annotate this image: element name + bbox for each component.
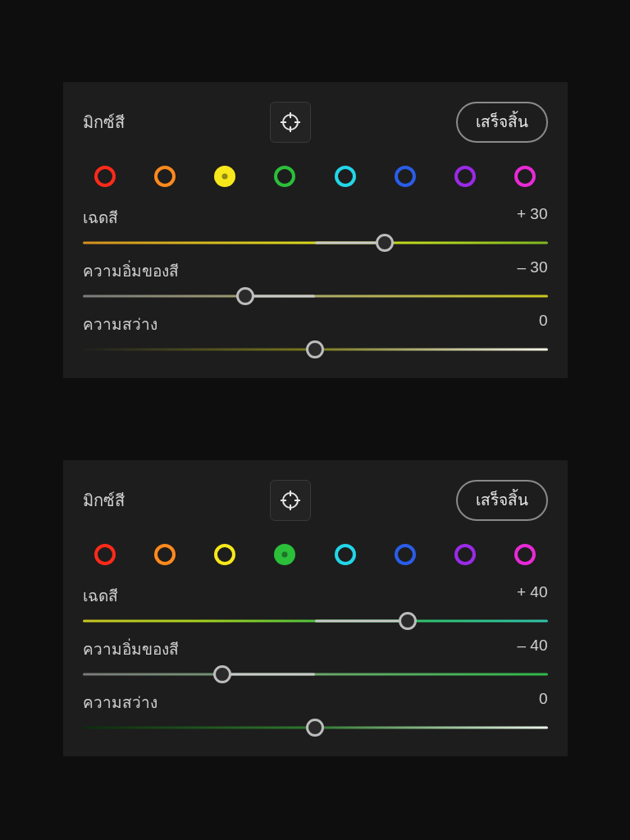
swatch-blue[interactable]: [395, 544, 416, 565]
swatch-yellow[interactable]: [214, 166, 235, 187]
swatch-purple[interactable]: [454, 544, 476, 565]
color-swatch-row: [83, 166, 548, 187]
color-mix-panel: มิกซ์สี เสร็จสิ้น เฉดสี + 30: [63, 82, 568, 378]
done-button[interactable]: เสร็จสิ้น: [456, 102, 548, 143]
slider-active-range: [222, 673, 315, 675]
luminance-slider[interactable]: [83, 726, 548, 728]
swatch-purple[interactable]: [454, 166, 476, 187]
luminance-slider-group: ความสว่าง 0: [83, 690, 548, 728]
swatch-red[interactable]: [94, 166, 116, 187]
slider-active-range: [315, 241, 385, 244]
slider-thumb[interactable]: [213, 665, 231, 683]
done-button[interactable]: เสร็จสิ้น: [456, 480, 548, 521]
swatch-orange[interactable]: [154, 544, 176, 565]
panel-header: มิกซ์สี เสร็จสิ้น: [83, 102, 548, 143]
slider-active-range: [315, 619, 408, 622]
swatch-magenta[interactable]: [514, 544, 536, 565]
color-mix-panel: มิกซ์สี เสร็จสิ้น เฉดสี + 40: [63, 460, 568, 756]
luminance-slider-group: ความสว่าง 0: [83, 312, 548, 350]
swatch-red[interactable]: [94, 544, 116, 565]
slider-thumb[interactable]: [376, 234, 394, 252]
hue-slider-group: เฉดสี + 40: [83, 583, 548, 622]
swatch-yellow[interactable]: [214, 544, 235, 565]
slider-thumb[interactable]: [306, 719, 324, 737]
swatch-aqua[interactable]: [335, 166, 356, 187]
hue-value: + 40: [517, 583, 548, 608]
swatch-orange[interactable]: [154, 166, 176, 187]
luminance-value: 0: [539, 690, 548, 714]
saturation-value: – 30: [518, 258, 548, 283]
slider-active-range: [245, 294, 315, 297]
target-icon: [281, 491, 300, 510]
panel-title: มิกซ์สี: [83, 487, 125, 514]
saturation-gradient: [83, 673, 548, 675]
panel-header: มิกซ์สี เสร็จสิ้น: [83, 480, 548, 521]
color-swatch-row: [83, 544, 548, 565]
targeted-adjustment-button[interactable]: [270, 102, 311, 143]
slider-thumb[interactable]: [236, 287, 254, 305]
hue-slider[interactable]: [83, 619, 548, 622]
hue-slider-group: เฉดสี + 30: [83, 205, 548, 244]
swatch-aqua[interactable]: [335, 544, 356, 565]
slider-thumb[interactable]: [306, 340, 324, 358]
luminance-label: ความสว่าง: [83, 690, 158, 714]
target-icon: [281, 112, 300, 132]
slider-thumb[interactable]: [399, 612, 417, 630]
saturation-value: – 40: [518, 637, 548, 661]
swatch-green[interactable]: [274, 544, 295, 565]
saturation-slider-group: ความอิ่มของสี – 40: [83, 637, 548, 675]
saturation-label: ความอิ่มของสี: [83, 637, 179, 661]
luminance-label: ความสว่าง: [83, 312, 158, 336]
saturation-slider[interactable]: [83, 673, 548, 675]
saturation-slider[interactable]: [83, 294, 548, 297]
luminance-slider[interactable]: [83, 348, 548, 350]
hue-label: เฉดสี: [83, 205, 118, 230]
saturation-slider-group: ความอิ่มของสี – 30: [83, 258, 548, 297]
hue-label: เฉดสี: [83, 583, 118, 608]
luminance-value: 0: [539, 312, 548, 336]
swatch-blue[interactable]: [395, 166, 416, 187]
saturation-label: ความอิ่มของสี: [83, 258, 179, 283]
hue-slider[interactable]: [83, 241, 548, 244]
swatch-green[interactable]: [274, 166, 295, 187]
saturation-gradient: [83, 294, 548, 297]
hue-value: + 30: [517, 205, 548, 230]
targeted-adjustment-button[interactable]: [270, 480, 311, 521]
panel-title: มิกซ์สี: [83, 109, 125, 135]
swatch-magenta[interactable]: [514, 166, 536, 187]
